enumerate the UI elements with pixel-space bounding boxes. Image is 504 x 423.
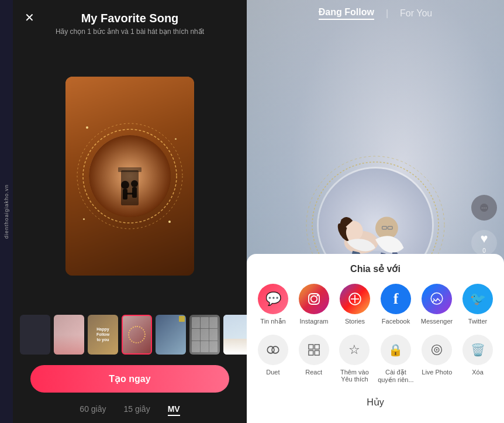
svg-point-29 [272, 346, 279, 353]
tinnhan-label: Tin nhắn [260, 318, 285, 325]
svg-rect-4 [118, 167, 141, 172]
tinnhan-icon: 💬 [258, 284, 288, 314]
svg-rect-6 [123, 189, 127, 200]
share-item-react[interactable]: React [296, 335, 332, 384]
close-button[interactable]: ✕ [25, 11, 34, 25]
tab-dang-follow[interactable]: Đang Follow [319, 7, 374, 20]
caidat-label: Cài đặt quyền riên... [378, 369, 413, 384]
duration-tabs: 60 giây 15 giây MV [13, 400, 247, 423]
thumbnail-1[interactable] [20, 315, 50, 355]
xoa-icon: 🗑️ [462, 335, 493, 365]
share-sheet: Chia sẻ với 💬 Tin nhắn Instagram [247, 254, 504, 423]
sidebar-watermark: dienthoaigiakho.vn [0, 0, 13, 423]
svg-rect-30 [309, 345, 313, 349]
svg-rect-8 [132, 187, 137, 198]
svg-text:⋯: ⋯ [481, 205, 487, 211]
right-header: Đang Follow | For You [247, 0, 504, 27]
heart-count: 0 [482, 247, 486, 254]
xoa-label: Xóa [472, 369, 484, 376]
thumbnail-2[interactable] [54, 315, 84, 355]
share-item-messenger[interactable]: Messenger [419, 284, 454, 325]
share-row-1: 💬 Tin nhắn Instagram [247, 284, 504, 325]
right-side-controls: ⋯ ♥ 0 [471, 195, 497, 256]
left-panel: ✕ My Favorite Song Hãy chọn 1 bức ảnh và… [13, 0, 247, 423]
svg-rect-31 [315, 345, 319, 349]
stories-label: Stories [345, 318, 365, 325]
svg-point-5 [121, 181, 129, 189]
heart-button[interactable]: ♥ 0 [471, 230, 497, 256]
watermark-text: dienthoaigiakho.vn [4, 184, 9, 239]
share-item-duet[interactable]: Duet [256, 335, 291, 384]
messenger-label: Messenger [421, 318, 453, 325]
share-item-themvao[interactable]: ☆ Thêm vào Yêu thích [337, 335, 372, 384]
twitter-icon: 🐦 [462, 284, 493, 314]
share-item-stories[interactable]: Stories [337, 284, 372, 325]
thumbnail-6[interactable] [189, 315, 220, 355]
svg-point-22 [311, 296, 317, 302]
svg-rect-33 [315, 350, 319, 355]
svg-point-23 [317, 295, 319, 297]
themvao-icon: ☆ [339, 335, 370, 365]
heart-icon: ♥ [480, 231, 488, 246]
left-panel-header: ✕ My Favorite Song Hãy chọn 1 bức ảnh và… [13, 0, 247, 42]
livephoto-label: Live Photo [422, 369, 452, 376]
react-icon [299, 335, 329, 365]
photo-frame-inner [65, 77, 194, 276]
thumbnail-strip: HappyFollowto you [13, 310, 247, 359]
photo-frame [65, 77, 194, 276]
thumbnail-3[interactable]: HappyFollowto you [88, 315, 118, 355]
svg-rect-32 [309, 350, 313, 355]
main-content: ✕ My Favorite Song Hãy chọn 1 bức ảnh và… [13, 0, 504, 423]
panel-subtitle: Hãy chọn 1 bức ảnh và 1 bài hát bạn thíc… [56, 27, 204, 36]
instagram-icon [299, 284, 329, 314]
react-label: React [305, 369, 322, 376]
tab-for-you[interactable]: For You [400, 8, 432, 19]
duration-tab-15[interactable]: 15 giây [124, 404, 150, 416]
duration-tab-mv[interactable]: MV [168, 404, 180, 416]
themvao-label: Thêm vào Yêu thích [340, 369, 369, 383]
more-button[interactable]: ⋯ [471, 195, 497, 221]
share-row-2: Duet React ☆ Thêm vào Yêu [247, 335, 504, 384]
share-item-caidat[interactable]: 🔒 Cài đặt quyền riên... [378, 335, 413, 384]
duet-icon [258, 335, 288, 365]
share-item-instagram[interactable]: Instagram [296, 284, 332, 325]
right-panel: Đang Follow | For You [247, 0, 504, 423]
share-item-xoa[interactable]: 🗑️ Xóa [460, 335, 495, 384]
share-item-twitter[interactable]: 🐦 Twitter [460, 284, 495, 325]
main-image-area [30, 47, 229, 304]
stories-icon [340, 284, 370, 314]
duet-label: Duet [266, 369, 279, 376]
share-item-tinnhan[interactable]: 💬 Tin nhắn [256, 284, 291, 325]
svg-point-36 [436, 349, 438, 351]
create-button[interactable]: Tạo ngay [30, 365, 229, 393]
cancel-button[interactable]: Hủy [247, 393, 504, 411]
facebook-icon: f [381, 284, 411, 314]
thumbnail-4[interactable] [122, 315, 152, 355]
messenger-icon [422, 284, 452, 314]
twitter-label: Twitter [468, 318, 487, 325]
facebook-label: Facebook [382, 318, 410, 325]
svg-point-7 [131, 180, 138, 187]
share-item-facebook[interactable]: f Facebook [378, 284, 413, 325]
caidat-icon: 🔒 [381, 335, 411, 365]
livephoto-icon [422, 335, 452, 365]
share-item-livephoto[interactable]: Live Photo [419, 335, 454, 384]
tab-divider: | [386, 8, 388, 19]
panel-title: My Favorite Song [81, 12, 179, 25]
thumbnail-7[interactable] [223, 315, 247, 355]
thumbnail-5[interactable] [156, 315, 186, 355]
instagram-label: Instagram [300, 318, 329, 325]
duration-tab-60[interactable]: 60 giây [80, 404, 106, 416]
share-sheet-title: Chia sẻ với [247, 263, 504, 274]
